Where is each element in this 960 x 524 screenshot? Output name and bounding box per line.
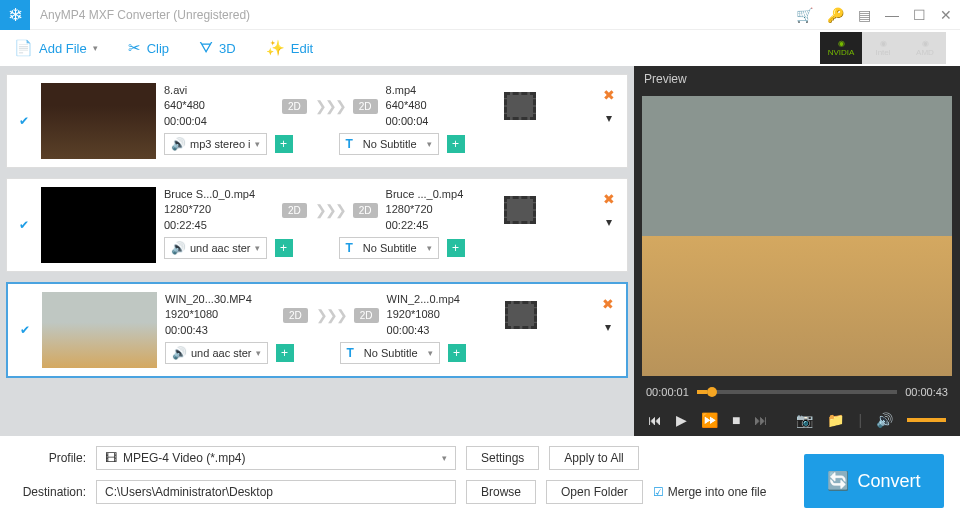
scissors-icon: ✂ bbox=[128, 39, 141, 57]
src-duration: 00:22:45 bbox=[164, 218, 274, 233]
chevron-down-icon: ▾ bbox=[255, 243, 260, 253]
row-checkbox[interactable]: ✔ bbox=[15, 187, 33, 263]
next-button[interactable]: ⏭ bbox=[754, 412, 768, 428]
menu-icon[interactable]: ▤ bbox=[858, 7, 871, 23]
dst-filename: 8.mp4 bbox=[386, 83, 496, 98]
minimize-icon[interactable]: — bbox=[885, 7, 899, 23]
speaker-icon: 🔊 bbox=[172, 346, 187, 360]
volume-icon[interactable]: 🔊 bbox=[876, 412, 893, 428]
toolbar: 📄 Add File ▾ ✂ Clip ᗊ 3D ✨ Edit ◉NVIDIA … bbox=[0, 30, 960, 66]
stop-button[interactable]: ■ bbox=[732, 412, 740, 428]
key-icon[interactable]: 🔑 bbox=[827, 7, 844, 23]
dst-resolution: 640*480 bbox=[386, 98, 496, 113]
add-audio-button[interactable]: + bbox=[275, 239, 293, 257]
subtitle-value: No Subtitle bbox=[363, 138, 417, 150]
subtitle-value: No Subtitle bbox=[363, 242, 417, 254]
timeline-seekbar[interactable] bbox=[697, 390, 897, 394]
profile-value: MPEG-4 Video (*.mp4) bbox=[123, 451, 436, 465]
row-menu-button[interactable]: ▾ bbox=[605, 320, 611, 334]
cart-icon[interactable]: 🛒 bbox=[796, 7, 813, 23]
gpu-badges: ◉NVIDIA ◉Intel ◉AMD bbox=[820, 32, 946, 64]
play-button[interactable]: ▶ bbox=[676, 412, 687, 428]
add-subtitle-button[interactable]: + bbox=[447, 239, 465, 257]
add-subtitle-button[interactable]: + bbox=[447, 135, 465, 153]
src-resolution: 640*480 bbox=[164, 98, 274, 113]
audio-track-dropdown[interactable]: 🔊 und aac ster ▾ bbox=[164, 237, 267, 259]
apply-all-button[interactable]: Apply to All bbox=[549, 446, 638, 470]
titlebar: ❄ AnyMP4 MXF Converter (Unregistered) 🛒 … bbox=[0, 0, 960, 30]
dst-resolution: 1920*1080 bbox=[387, 307, 497, 322]
row-checkbox[interactable]: ✔ bbox=[16, 292, 34, 368]
dst-resolution: 1280*720 bbox=[386, 202, 496, 217]
add-file-icon: 📄 bbox=[14, 39, 33, 57]
add-audio-button[interactable]: + bbox=[275, 135, 293, 153]
profile-label: Profile: bbox=[16, 451, 86, 465]
edit-button[interactable]: ✨ Edit bbox=[266, 39, 313, 57]
src-filename: 8.avi bbox=[164, 83, 274, 98]
chevron-down-icon: ▾ bbox=[427, 243, 432, 253]
open-folder-button[interactable]: 📁 bbox=[827, 412, 844, 428]
settings-button[interactable]: Settings bbox=[466, 446, 539, 470]
preview-video[interactable] bbox=[642, 96, 952, 376]
app-logo: ❄ bbox=[0, 0, 30, 30]
convert-label: Convert bbox=[857, 471, 920, 492]
audio-value: und aac ster bbox=[190, 242, 251, 254]
audio-track-dropdown[interactable]: 🔊 mp3 stereo i ▾ bbox=[164, 133, 267, 155]
chevron-down-icon: ▾ bbox=[255, 139, 260, 149]
remove-row-button[interactable]: ✖ bbox=[602, 296, 614, 312]
speaker-icon: 🔊 bbox=[171, 137, 186, 151]
row-checkbox[interactable]: ✔ bbox=[15, 83, 33, 159]
audio-track-dropdown[interactable]: 🔊 und aac ster ▾ bbox=[165, 342, 268, 364]
row-menu-button[interactable]: ▾ bbox=[606, 111, 612, 125]
src-filename: Bruce S...0_0.mp4 bbox=[164, 187, 274, 202]
preview-label: Preview bbox=[634, 66, 960, 92]
intel-badge: ◉Intel bbox=[862, 32, 904, 64]
merge-checkbox[interactable]: ☑ Merge into one file bbox=[653, 485, 767, 499]
add-file-label: Add File bbox=[39, 41, 87, 56]
convert-button[interactable]: 🔄 Convert bbox=[804, 454, 944, 508]
open-folder-button[interactable]: Open Folder bbox=[546, 480, 643, 504]
subtitle-dropdown[interactable]: T No Subtitle ▾ bbox=[339, 237, 439, 259]
snapshot-button[interactable]: 📷 bbox=[796, 412, 813, 428]
profile-dropdown[interactable]: 🎞 MPEG-4 Video (*.mp4) ▾ bbox=[96, 446, 456, 470]
audio-value: mp3 stereo i bbox=[190, 138, 251, 150]
fast-forward-button[interactable]: ⏩ bbox=[701, 412, 718, 428]
src-duration: 00:00:04 bbox=[164, 114, 274, 129]
volume-slider[interactable] bbox=[907, 418, 946, 422]
edit-label: Edit bbox=[291, 41, 313, 56]
add-file-button[interactable]: 📄 Add File ▾ bbox=[14, 39, 98, 57]
chevron-down-icon: ▾ bbox=[93, 43, 98, 53]
browse-button[interactable]: Browse bbox=[466, 480, 536, 504]
2d-badge: 2D bbox=[282, 99, 307, 114]
remove-row-button[interactable]: ✖ bbox=[603, 191, 615, 207]
audio-value: und aac ster bbox=[191, 347, 252, 359]
file-row[interactable]: ✔ WIN_20...30.MP4 1920*1080 00:00:43 2D … bbox=[6, 282, 628, 378]
add-audio-button[interactable]: + bbox=[276, 344, 294, 362]
add-subtitle-button[interactable]: + bbox=[448, 344, 466, 362]
3d-button[interactable]: ᗊ 3D bbox=[199, 39, 236, 57]
close-icon[interactable]: ✕ bbox=[940, 7, 952, 23]
time-current: 00:00:01 bbox=[646, 386, 689, 398]
destination-label: Destination: bbox=[16, 485, 86, 499]
codec-icon bbox=[504, 196, 536, 224]
row-menu-button[interactable]: ▾ bbox=[606, 215, 612, 229]
clip-button[interactable]: ✂ Clip bbox=[128, 39, 169, 57]
maximize-icon[interactable]: ☐ bbox=[913, 7, 926, 23]
subtitle-dropdown[interactable]: T No Subtitle ▾ bbox=[339, 133, 439, 155]
dst-filename: Bruce ..._0.mp4 bbox=[386, 187, 496, 202]
amd-badge: ◉AMD bbox=[904, 32, 946, 64]
nvidia-badge: ◉NVIDIA bbox=[820, 32, 862, 64]
subtitle-dropdown[interactable]: T No Subtitle ▾ bbox=[340, 342, 440, 364]
magic-wand-icon: ✨ bbox=[266, 39, 285, 57]
remove-row-button[interactable]: ✖ bbox=[603, 87, 615, 103]
prev-button[interactable]: ⏮ bbox=[648, 412, 662, 428]
src-duration: 00:00:43 bbox=[165, 323, 275, 338]
file-row[interactable]: ✔ 8.avi 640*480 00:00:04 2D ❯❯❯ 2D 8.mp4… bbox=[6, 74, 628, 168]
merge-label: Merge into one file bbox=[668, 485, 767, 499]
codec-icon bbox=[504, 92, 536, 120]
video-thumbnail bbox=[41, 83, 156, 159]
src-resolution: 1280*720 bbox=[164, 202, 274, 217]
file-row[interactable]: ✔ Bruce S...0_0.mp4 1280*720 00:22:45 2D… bbox=[6, 178, 628, 272]
destination-input[interactable]: C:\Users\Administrator\Desktop bbox=[96, 480, 456, 504]
codec-icon bbox=[505, 301, 537, 329]
